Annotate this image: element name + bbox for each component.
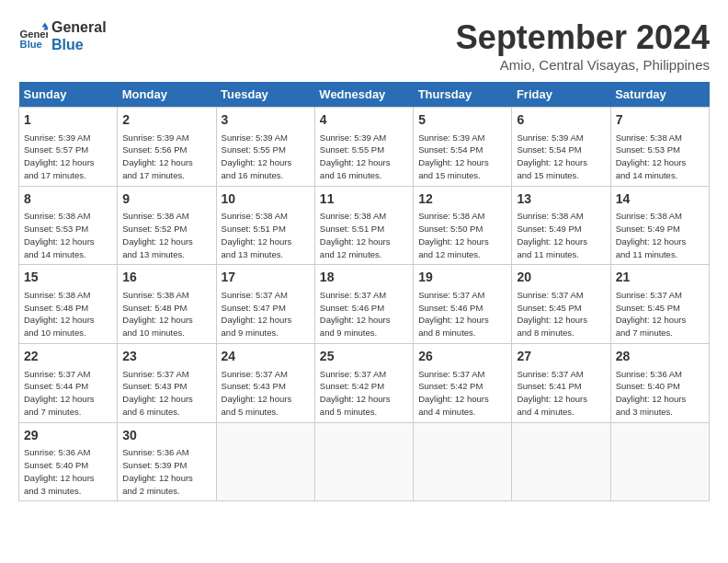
day-number: 7 [616, 111, 704, 130]
calendar-cell: 21Sunrise: 5:37 AM Sunset: 5:45 PM Dayli… [610, 265, 709, 344]
logo: General Blue General Blue [18, 18, 107, 53]
day-number: 1 [24, 111, 112, 130]
calendar-cell: 18Sunrise: 5:37 AM Sunset: 5:46 PM Dayli… [314, 265, 413, 344]
calendar-cell: 8Sunrise: 5:38 AM Sunset: 5:53 PM Daylig… [19, 186, 118, 265]
day-info: Sunrise: 5:36 AM Sunset: 5:40 PM Dayligh… [616, 368, 704, 419]
day-number: 9 [122, 190, 210, 209]
day-number: 19 [418, 269, 506, 287]
calendar-cell: 24Sunrise: 5:37 AM Sunset: 5:43 PM Dayli… [216, 343, 314, 422]
day-number: 27 [517, 348, 605, 366]
calendar-cell: 9Sunrise: 5:38 AM Sunset: 5:52 PM Daylig… [118, 186, 216, 265]
logo-icon: General Blue [18, 21, 48, 51]
day-info: Sunrise: 5:37 AM Sunset: 5:44 PM Dayligh… [24, 368, 112, 419]
calendar-cell: 4Sunrise: 5:39 AM Sunset: 5:55 PM Daylig… [314, 108, 413, 187]
calendar-cell: 23Sunrise: 5:37 AM Sunset: 5:43 PM Dayli… [118, 343, 216, 422]
week-row-4: 22Sunrise: 5:37 AM Sunset: 5:44 PM Dayli… [19, 343, 710, 422]
day-number: 21 [616, 269, 704, 287]
day-number: 12 [418, 190, 506, 209]
calendar-cell [414, 422, 512, 501]
day-info: Sunrise: 5:38 AM Sunset: 5:49 PM Dayligh… [517, 210, 605, 260]
day-number: 5 [418, 111, 506, 130]
calendar-cell: 2Sunrise: 5:39 AM Sunset: 5:56 PM Daylig… [118, 108, 216, 187]
col-header-sunday: Sunday [19, 82, 118, 108]
day-number: 20 [517, 269, 605, 287]
day-info: Sunrise: 5:38 AM Sunset: 5:48 PM Dayligh… [24, 289, 112, 339]
day-number: 8 [24, 190, 112, 209]
week-row-2: 8Sunrise: 5:38 AM Sunset: 5:53 PM Daylig… [19, 186, 710, 265]
calendar-cell: 16Sunrise: 5:38 AM Sunset: 5:48 PM Dayli… [118, 265, 216, 344]
week-row-1: 1Sunrise: 5:39 AM Sunset: 5:57 PM Daylig… [19, 108, 710, 187]
calendar-cell: 26Sunrise: 5:37 AM Sunset: 5:42 PM Dayli… [414, 343, 512, 422]
calendar-cell: 29Sunrise: 5:36 AM Sunset: 5:40 PM Dayli… [19, 422, 118, 501]
calendar-cell: 14Sunrise: 5:38 AM Sunset: 5:49 PM Dayli… [610, 186, 709, 265]
day-info: Sunrise: 5:39 AM Sunset: 5:55 PM Dayligh… [222, 132, 310, 182]
calendar-cell [512, 422, 610, 501]
day-info: Sunrise: 5:37 AM Sunset: 5:45 PM Dayligh… [517, 289, 605, 339]
day-info: Sunrise: 5:37 AM Sunset: 5:43 PM Dayligh… [122, 368, 210, 419]
calendar-cell: 13Sunrise: 5:38 AM Sunset: 5:49 PM Dayli… [512, 186, 610, 265]
calendar-table: SundayMondayTuesdayWednesdayThursdayFrid… [18, 82, 710, 501]
day-info: Sunrise: 5:36 AM Sunset: 5:39 PM Dayligh… [122, 446, 210, 497]
day-info: Sunrise: 5:39 AM Sunset: 5:54 PM Dayligh… [517, 132, 605, 182]
day-number: 28 [616, 348, 704, 366]
day-number: 23 [122, 348, 210, 366]
calendar-cell: 11Sunrise: 5:38 AM Sunset: 5:51 PM Dayli… [314, 186, 413, 265]
calendar-cell: 25Sunrise: 5:37 AM Sunset: 5:42 PM Dayli… [314, 343, 413, 422]
day-info: Sunrise: 5:38 AM Sunset: 5:49 PM Dayligh… [616, 210, 704, 260]
calendar-header-row: SundayMondayTuesdayWednesdayThursdayFrid… [19, 82, 710, 108]
calendar-cell [216, 422, 314, 501]
day-info: Sunrise: 5:37 AM Sunset: 5:41 PM Dayligh… [517, 368, 605, 419]
col-header-thursday: Thursday [414, 82, 512, 108]
svg-marker-2 [42, 23, 48, 28]
day-info: Sunrise: 5:37 AM Sunset: 5:47 PM Dayligh… [222, 289, 310, 339]
calendar-cell: 10Sunrise: 5:38 AM Sunset: 5:51 PM Dayli… [216, 186, 314, 265]
calendar-cell: 1Sunrise: 5:39 AM Sunset: 5:57 PM Daylig… [19, 108, 118, 187]
day-info: Sunrise: 5:38 AM Sunset: 5:52 PM Dayligh… [122, 210, 210, 260]
col-header-friday: Friday [512, 82, 610, 108]
col-header-tuesday: Tuesday [216, 82, 314, 108]
col-header-monday: Monday [118, 82, 216, 108]
day-info: Sunrise: 5:37 AM Sunset: 5:46 PM Dayligh… [320, 289, 408, 339]
calendar-cell: 6Sunrise: 5:39 AM Sunset: 5:54 PM Daylig… [512, 108, 610, 187]
day-info: Sunrise: 5:37 AM Sunset: 5:42 PM Dayligh… [418, 368, 506, 419]
svg-text:Blue: Blue [20, 39, 42, 50]
calendar-cell: 30Sunrise: 5:36 AM Sunset: 5:39 PM Dayli… [118, 422, 216, 501]
calendar-cell: 20Sunrise: 5:37 AM Sunset: 5:45 PM Dayli… [512, 265, 610, 344]
day-number: 2 [122, 111, 210, 130]
calendar-cell: 15Sunrise: 5:38 AM Sunset: 5:48 PM Dayli… [19, 265, 118, 344]
day-number: 11 [320, 190, 408, 209]
location: Amio, Central Visayas, Philippines [456, 57, 710, 73]
day-number: 29 [24, 427, 112, 445]
day-info: Sunrise: 5:38 AM Sunset: 5:50 PM Dayligh… [418, 210, 506, 260]
day-info: Sunrise: 5:38 AM Sunset: 5:53 PM Dayligh… [616, 132, 704, 182]
calendar-cell: 3Sunrise: 5:39 AM Sunset: 5:55 PM Daylig… [216, 108, 314, 187]
day-number: 30 [122, 427, 210, 445]
calendar-cell: 12Sunrise: 5:38 AM Sunset: 5:50 PM Dayli… [414, 186, 512, 265]
day-info: Sunrise: 5:39 AM Sunset: 5:56 PM Dayligh… [122, 132, 210, 182]
calendar-cell: 19Sunrise: 5:37 AM Sunset: 5:46 PM Dayli… [414, 265, 512, 344]
week-row-3: 15Sunrise: 5:38 AM Sunset: 5:48 PM Dayli… [19, 265, 710, 344]
logo-blue: Blue [51, 36, 107, 53]
day-number: 4 [320, 111, 408, 130]
calendar-cell: 22Sunrise: 5:37 AM Sunset: 5:44 PM Dayli… [19, 343, 118, 422]
day-number: 26 [418, 348, 506, 366]
day-info: Sunrise: 5:37 AM Sunset: 5:45 PM Dayligh… [616, 289, 704, 339]
month-year: September 2024 [456, 18, 710, 57]
header: General Blue General Blue September 2024… [18, 18, 710, 73]
title-area: September 2024 Amio, Central Visayas, Ph… [456, 18, 710, 73]
day-info: Sunrise: 5:39 AM Sunset: 5:54 PM Dayligh… [418, 132, 506, 182]
day-number: 17 [222, 269, 310, 287]
day-number: 18 [320, 269, 408, 287]
day-info: Sunrise: 5:37 AM Sunset: 5:42 PM Dayligh… [320, 368, 408, 419]
calendar-cell: 17Sunrise: 5:37 AM Sunset: 5:47 PM Dayli… [216, 265, 314, 344]
calendar-cell: 27Sunrise: 5:37 AM Sunset: 5:41 PM Dayli… [512, 343, 610, 422]
day-number: 15 [24, 269, 112, 287]
col-header-saturday: Saturday [610, 82, 709, 108]
day-number: 14 [616, 190, 704, 209]
day-info: Sunrise: 5:38 AM Sunset: 5:51 PM Dayligh… [320, 210, 408, 260]
day-info: Sunrise: 5:37 AM Sunset: 5:43 PM Dayligh… [222, 368, 310, 419]
day-info: Sunrise: 5:37 AM Sunset: 5:46 PM Dayligh… [418, 289, 506, 339]
day-number: 6 [517, 111, 605, 130]
day-number: 22 [24, 348, 112, 366]
day-info: Sunrise: 5:39 AM Sunset: 5:57 PM Dayligh… [24, 132, 112, 182]
